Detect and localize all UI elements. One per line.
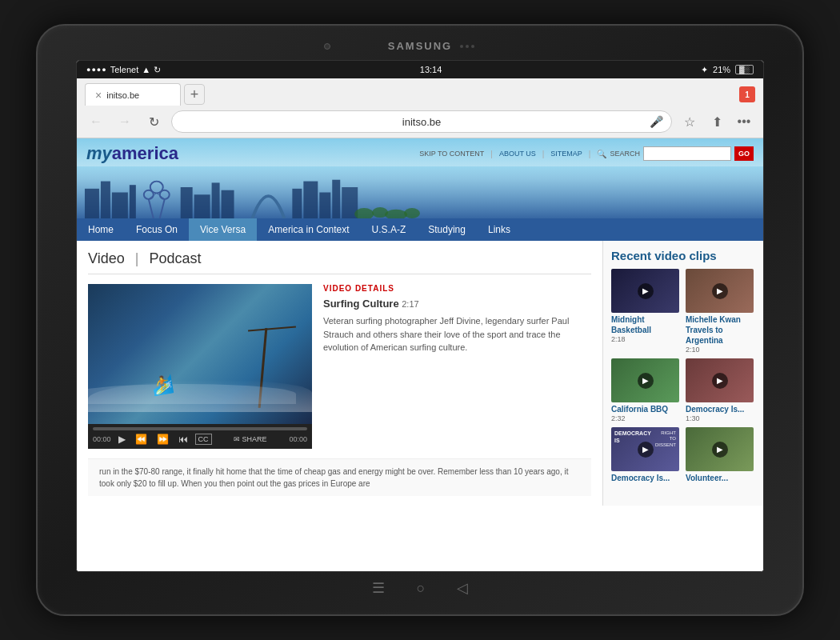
video-screen[interactable]: 🏄 (88, 284, 312, 424)
rewind-button[interactable]: ⏪ (133, 433, 150, 446)
page-title-video: Video (88, 250, 125, 266)
share-icon: ✉ (234, 435, 240, 443)
share-browser-button[interactable]: ⬆ (706, 110, 728, 133)
nav-home[interactable]: Home (77, 218, 125, 241)
site-header-top: myamerica SKIP TO CONTENT | ABOUT US | S… (77, 138, 763, 164)
browser-nav: ← → ↻ initso.be 🎤 ☆ ⬆ ••• (85, 110, 755, 133)
sitemap-link[interactable]: SITEMAP (550, 150, 582, 158)
tablet-top: SAMSUNG (54, 35, 786, 57)
speaker-dot-3 (471, 45, 474, 48)
status-left: ●●●● Telenet ▲ ↻ (86, 65, 161, 75)
nav-america-in-context[interactable]: America in Context (257, 218, 360, 241)
closed-captions-button[interactable]: CC (195, 434, 212, 445)
site-navigation: Home Focus On Vice Versa America in Cont… (77, 218, 763, 241)
video-time-end: 00:00 (289, 435, 307, 443)
clip-thumbnail-volunteer: ▶ (686, 427, 754, 471)
signal-indicator: ●●●● (86, 66, 107, 74)
clip-california-bbq[interactable]: ▶ California BBQ 2:32 (611, 358, 681, 422)
nav-vice-versa[interactable]: Vice Versa (189, 218, 257, 241)
nav-studying[interactable]: Studying (417, 218, 477, 241)
clip-michelle-kwan[interactable]: ▶ Michelle Kwan Travels to Argentina 2:1… (686, 269, 755, 354)
clip-play-icon-democracy1: ▶ (712, 373, 728, 389)
tablet-brand: SAMSUNG (388, 40, 452, 52)
status-time: 13:14 (420, 65, 442, 74)
tablet-home-button[interactable]: ○ (417, 580, 426, 597)
share-button[interactable]: ✉ SHARE (234, 435, 266, 443)
bluetooth-icon: ✦ (701, 65, 708, 75)
video-duration: 2:17 (402, 299, 418, 309)
clip-title-midnight: Midnight Basketball (611, 314, 681, 335)
tablet-speaker (460, 45, 474, 48)
more-options-button[interactable]: ••• (733, 110, 755, 133)
refresh-button[interactable]: ↻ (142, 110, 165, 133)
recent-clips-title: Recent video clips (611, 249, 755, 262)
logo-america: america (112, 143, 178, 163)
wifi-icon: ▲ (142, 65, 150, 74)
new-tab-button[interactable]: + (184, 84, 205, 105)
site-logo: myamerica (86, 143, 178, 164)
main-content: Video | Podcast (77, 241, 763, 506)
nav-usa-z[interactable]: U.S.A-Z (361, 218, 418, 241)
nav-focus-on[interactable]: Focus On (125, 218, 189, 241)
article-text: run in the $70-80 range, it finally hit … (88, 458, 591, 496)
clip-title-democracy1: Democracy Is... (686, 404, 755, 414)
speaker-dot-1 (460, 45, 463, 48)
logo-my: my (86, 143, 112, 163)
dissent-sign-overlay: RIGHTTODISSENT (655, 430, 676, 448)
democracy-sign-overlay: DEMOCRACYIS (614, 430, 651, 444)
tab-close-button[interactable]: × (95, 90, 102, 101)
status-bar: ●●●● Telenet ▲ ↻ 13:14 ✦ 21% ▓░ (77, 61, 763, 78)
clip-midnight-basketball[interactable]: ▶ Midnight Basketball 2:18 (611, 269, 681, 354)
search-input[interactable] (643, 146, 731, 161)
tablet-bottom-nav: ☰ ○ ◁ (54, 572, 786, 600)
nav-links[interactable]: Links (477, 218, 522, 241)
about-us-link[interactable]: ABOUT US (499, 150, 536, 158)
fast-forward-button[interactable]: ⏩ (154, 433, 171, 446)
header-nav-links: SKIP TO CONTENT | ABOUT US | SITEMAP | 🔍… (419, 146, 754, 161)
play-button[interactable]: ▶ (116, 433, 128, 446)
browser-tab-active[interactable]: × initso.be (85, 83, 181, 106)
svg-rect-1 (85, 189, 99, 218)
browser-nav-actions: ☆ ⬆ ••• (678, 110, 755, 133)
tablet-menu-button[interactable]: ☰ (372, 579, 385, 597)
clip-title-volunteer: Volunteer... (686, 473, 755, 483)
video-pier-horizontal (248, 326, 296, 332)
forward-button[interactable]: → (114, 110, 136, 133)
clip-thumbnail-democracy1: ▶ (686, 358, 754, 402)
battery-icon: ▓░ (735, 65, 754, 74)
clip-duration-california: 2:32 (611, 414, 681, 422)
clip-democracy-2[interactable]: ▶ DEMOCRACYIS RIGHTTODISSENT Democracy I… (611, 427, 681, 483)
browser-tabs: × initso.be + 1 (85, 83, 755, 106)
skip-to-content-link[interactable]: SKIP TO CONTENT (419, 150, 484, 158)
tablet-back-button[interactable]: ◁ (457, 579, 468, 597)
url-text: initso.be (402, 116, 441, 128)
address-bar[interactable]: initso.be 🎤 (171, 110, 672, 133)
skip-back-button[interactable]: ⏮ (176, 433, 190, 446)
video-details-header: VIDEO DETAILS (323, 284, 591, 293)
clip-duration-midnight: 2:18 (611, 335, 681, 343)
search-label: SEARCH (610, 150, 640, 158)
clip-title-michelle: Michelle Kwan Travels to Argentina (686, 314, 755, 346)
clip-volunteer[interactable]: ▶ Volunteer... (686, 427, 755, 483)
bookmark-button[interactable]: ☆ (678, 110, 701, 133)
sync-icon: ↻ (154, 65, 161, 75)
back-button[interactable]: ← (85, 110, 107, 133)
search-go-button[interactable]: GO (734, 146, 754, 161)
svg-rect-17 (303, 182, 318, 218)
clip-play-icon-volunteer: ▶ (712, 442, 728, 458)
video-progress-bar[interactable] (93, 427, 307, 430)
svg-rect-2 (101, 182, 110, 218)
carrier-label: Telenet (110, 65, 138, 74)
skyline-image (77, 166, 763, 218)
website-content: myamerica SKIP TO CONTENT | ABOUT US | S… (77, 138, 763, 571)
clip-democracy-1[interactable]: ▶ Democracy Is... 1:30 (686, 358, 755, 422)
search-icon: 🔍 (597, 150, 606, 158)
svg-rect-12 (181, 187, 193, 218)
video-container: 🏄 00:00 ▶ ⏪ (88, 284, 591, 449)
video-controls: 00:00 ▶ ⏪ ⏩ ⏮ CC ✉ SHARE (88, 424, 312, 449)
clip-duration-democracy1: 1:30 (686, 414, 755, 422)
svg-point-24 (404, 208, 420, 218)
clip-title-democracy2: Democracy Is... (611, 473, 681, 483)
svg-rect-13 (194, 194, 210, 218)
clip-play-icon-california: ▶ (638, 373, 654, 389)
